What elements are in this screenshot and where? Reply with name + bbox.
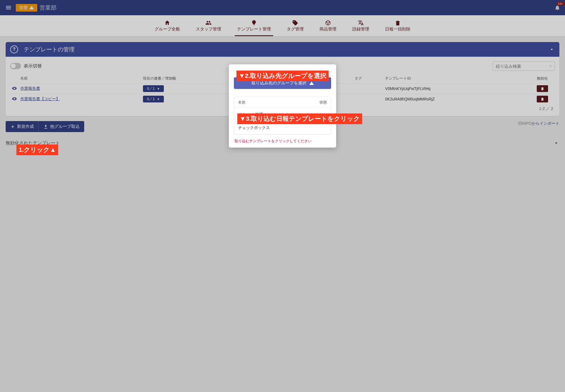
- notifications-button[interactable]: 10+: [553, 3, 562, 12]
- department-title: 営業部: [40, 4, 56, 12]
- col-disable: 無効化: [535, 74, 555, 84]
- tab-label: テンプレート管理: [237, 27, 271, 32]
- delete-button[interactable]: [537, 96, 548, 102]
- col-tag: タグ: [353, 74, 384, 84]
- picker-hint: 取り込むテンプレートをクリックしてください: [234, 135, 331, 144]
- help-icon[interactable]: ?: [10, 45, 18, 53]
- tab-label: 商品管理: [320, 27, 336, 32]
- search-icon: [549, 63, 552, 69]
- col-name: 名前: [19, 74, 141, 84]
- chevron-down-icon: [553, 140, 559, 146]
- import-old-link[interactable]: 旧NIPOからインポート: [518, 121, 559, 126]
- search-input[interactable]: [496, 64, 549, 69]
- panel-title: テンプレートの管理: [24, 46, 549, 53]
- btn-label: 他グループ取込: [50, 124, 80, 129]
- toggle-label: 表示切替: [24, 63, 42, 69]
- row-name[interactable]: 作業報告書【コピー】: [20, 97, 60, 101]
- tab-label: スタッフ管理: [196, 27, 221, 32]
- tab-group-general[interactable]: グループ全般: [152, 18, 182, 36]
- tab-template[interactable]: テンプレート管理: [235, 18, 273, 36]
- switch-button[interactable]: 切替: [16, 4, 37, 12]
- tab-product[interactable]: 商品管理: [317, 18, 339, 36]
- row-name[interactable]: 作業報告書: [20, 86, 40, 91]
- seq-button[interactable]: 0／1▼: [143, 96, 164, 102]
- tab-tag[interactable]: タグ管理: [284, 18, 306, 36]
- switch-label: 切替: [19, 5, 28, 10]
- import-group-button[interactable]: 他グループ取込: [38, 121, 84, 132]
- eye-icon[interactable]: [12, 86, 17, 91]
- triangle-up-icon: [309, 82, 314, 85]
- display-toggle[interactable]: [10, 63, 21, 69]
- seq-button[interactable]: 0／1▼: [143, 85, 164, 92]
- col-tid: テンプレートID: [383, 74, 535, 84]
- eye-icon[interactable]: [12, 96, 17, 101]
- menu-button[interactable]: [3, 3, 14, 13]
- tab-label: 日報一括削除: [385, 27, 410, 32]
- tab-label: グループ全般: [155, 27, 180, 32]
- picker-col-state: 状態: [320, 100, 327, 105]
- notification-badge: 10+: [556, 2, 564, 6]
- annotation-1: 1.クリック▲: [16, 144, 58, 155]
- annotation-3: ▼3.取り込む日報テンプレートをクリック: [237, 113, 362, 124]
- tab-label: 語録管理: [352, 27, 369, 32]
- delete-button[interactable]: [537, 85, 548, 92]
- btn-label: 新規作成: [17, 124, 34, 129]
- chevron-down-icon: [549, 46, 555, 52]
- tab-bulk-delete[interactable]: 日報一括削除: [383, 18, 413, 36]
- template-id: V0MtnKYpUqFwTjFLVtHq: [383, 84, 535, 94]
- tab-label: タグ管理: [287, 27, 304, 32]
- panel-header[interactable]: ? テンプレートの管理: [6, 42, 559, 57]
- top-bar: 切替 営業部 10+: [0, 0, 565, 15]
- button-bar: 新規作成 他グループ取込: [6, 121, 84, 132]
- picker-col-name: 名前: [238, 100, 320, 105]
- annotation-2: ▼2.取り込み先グループを選択: [236, 71, 329, 81]
- search-box[interactable]: [493, 61, 555, 71]
- tab-glossary[interactable]: 語録管理: [350, 18, 371, 36]
- main-tabs: グループ全般 スタッフ管理 テンプレート管理 タグ管理 商品管理 語録管理 日報…: [0, 15, 565, 36]
- new-button[interactable]: 新規作成: [6, 121, 38, 132]
- tab-staff[interactable]: スタッフ管理: [194, 18, 223, 36]
- template-id: 0K2uRA8hQM0uqMMRsRjZ: [383, 94, 535, 104]
- triangle-up-icon: [29, 6, 34, 9]
